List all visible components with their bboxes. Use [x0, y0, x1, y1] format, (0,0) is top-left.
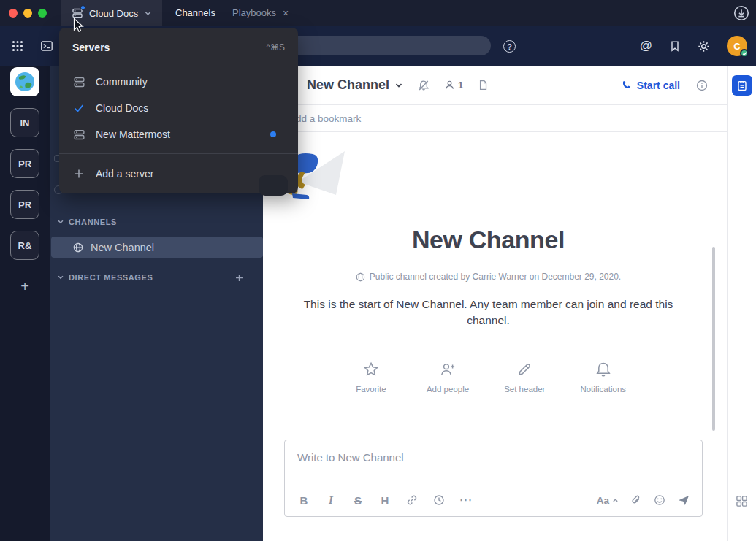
add-bookmark-label: Add a bookmark: [289, 113, 361, 124]
muted-bell-icon[interactable]: [418, 80, 429, 91]
avatar-initial: C: [733, 41, 740, 52]
channel-item-new-channel[interactable]: New Channel: [51, 237, 263, 258]
emoji-button[interactable]: [654, 494, 665, 506]
schedule-clock-button[interactable]: [429, 491, 449, 510]
add-bookmark-bar[interactable]: Add a bookmark: [263, 105, 727, 132]
italic-button[interactable]: I: [321, 491, 341, 510]
action-label: Add people: [427, 385, 469, 394]
apps-grid-icon[interactable]: [736, 495, 748, 507]
format-toggle-button[interactable]: Aa: [597, 495, 619, 506]
action-label: Set header: [504, 385, 545, 394]
person-plus-icon: [439, 361, 457, 378]
chevron-down-icon: [394, 81, 403, 90]
menu-item-label: New Mattermost: [96, 128, 170, 140]
clipboard-icon: [736, 80, 748, 91]
popover-fragment: [259, 175, 288, 196]
close-window-button[interactable]: [9, 9, 18, 18]
servers-menu-shortcut: ^⌘S: [266, 42, 285, 53]
message-input[interactable]: Write to New Channel: [285, 440, 702, 475]
format-toggle-label: Aa: [597, 495, 609, 506]
right-rail: [727, 66, 756, 541]
channels-product-icon[interactable]: [40, 39, 53, 53]
paperclip-icon: [630, 494, 642, 506]
member-count: 1: [458, 80, 463, 91]
globe-icon: [356, 272, 365, 282]
scrollbar[interactable]: [712, 247, 715, 431]
attach-file-button[interactable]: [630, 494, 642, 506]
favorite-button[interactable]: Favorite: [351, 361, 392, 394]
channel-files-icon[interactable]: [478, 80, 489, 91]
user-avatar[interactable]: C: [727, 36, 747, 56]
server-icon: [72, 76, 85, 88]
servers-menu-title: Servers: [72, 42, 110, 53]
direct-messages-section-header[interactable]: DIRECT MESSAGES: [50, 270, 263, 285]
server-icon: [72, 7, 83, 19]
action-label: Favorite: [356, 385, 386, 394]
intro-description: This is the start of New Channel. Any te…: [291, 296, 686, 329]
action-label: Notifications: [580, 385, 626, 394]
playbooks-rail-button[interactable]: [732, 75, 752, 96]
set-header-button[interactable]: Set header: [504, 361, 545, 394]
channel-header-icons: 1: [418, 80, 489, 91]
check-icon: [72, 102, 85, 114]
maximize-window-button[interactable]: [38, 9, 47, 18]
channels-section-header[interactable]: CHANNELS: [50, 215, 263, 229]
global-header-actions: @ C: [640, 26, 747, 66]
titlebar: Cloud Docs Channels Playbooks ×: [0, 0, 756, 26]
bold-button[interactable]: B: [294, 491, 314, 510]
channel-title-menu[interactable]: New Channel: [307, 77, 403, 93]
unread-dot: [270, 131, 276, 137]
mattermost-window: Cloud Docs Channels Playbooks ×: [0, 0, 756, 541]
tab-playbooks[interactable]: Playbooks ×: [232, 0, 289, 26]
menu-item-new-mattermost[interactable]: New Mattermost: [59, 121, 298, 147]
download-update-icon[interactable]: [733, 5, 749, 21]
composer-toolbar: B I S H ⋯ Aa: [294, 490, 690, 510]
team-button-in[interactable]: IN: [10, 108, 39, 137]
chevron-down-icon: [144, 9, 152, 18]
channel-header: New Channel 1: [263, 66, 727, 105]
team-button-pr1[interactable]: PR: [10, 149, 39, 178]
notifications-button[interactable]: Notifications: [580, 361, 626, 394]
channels-section-label: CHANNELS: [69, 218, 117, 226]
channel-header-right: Start call: [621, 80, 708, 91]
channel-intro: New Channel Public channel created by Ca…: [263, 139, 727, 394]
channel-info-icon[interactable]: [696, 80, 708, 91]
dm-section-label: DIRECT MESSAGES: [69, 273, 153, 282]
help-icon[interactable]: ?: [503, 40, 516, 53]
channel-members-button[interactable]: 1: [444, 80, 463, 91]
team-initials: PR: [18, 199, 31, 210]
globe-icon: [73, 242, 83, 253]
settings-gear-icon[interactable]: [698, 40, 710, 53]
add-people-button[interactable]: Add people: [427, 361, 469, 394]
composer-right-actions: Aa: [597, 494, 690, 507]
minimize-window-button[interactable]: [23, 9, 32, 18]
link-button[interactable]: [402, 491, 422, 510]
menu-item-cloud-docs[interactable]: Cloud Docs: [59, 95, 298, 121]
close-tab-icon[interactable]: ×: [283, 8, 289, 18]
menu-item-label: Cloud Docs: [96, 102, 148, 114]
team-initials: IN: [20, 118, 30, 128]
tab-channels[interactable]: Channels: [175, 0, 215, 26]
menu-item-label: Community: [96, 76, 148, 88]
chevron-down-icon: [57, 218, 64, 226]
send-message-button[interactable]: [677, 494, 690, 507]
product-menu-icon[interactable]: [11, 39, 24, 53]
server-selector-button[interactable]: Cloud Docs: [61, 0, 162, 26]
add-team-button[interactable]: +: [10, 272, 39, 301]
chevron-down-icon: [57, 274, 64, 281]
team-button-globe[interactable]: [10, 67, 39, 96]
strikethrough-button[interactable]: S: [348, 491, 368, 510]
start-call-button[interactable]: Start call: [621, 80, 680, 91]
heading-button[interactable]: H: [375, 491, 395, 510]
menu-item-community[interactable]: Community: [59, 69, 298, 95]
servers-menu-header: Servers ^⌘S: [59, 35, 298, 60]
team-button-r-and[interactable]: R&: [10, 231, 39, 260]
search-input[interactable]: [265, 36, 491, 55]
team-button-pr2[interactable]: PR: [10, 190, 39, 219]
start-call-label: Start call: [637, 80, 680, 91]
add-direct-message-icon[interactable]: [234, 273, 244, 283]
more-formatting-button[interactable]: ⋯: [456, 491, 476, 510]
saved-posts-icon[interactable]: [669, 40, 681, 52]
plus-icon: [72, 168, 85, 180]
mentions-icon[interactable]: @: [640, 39, 652, 53]
